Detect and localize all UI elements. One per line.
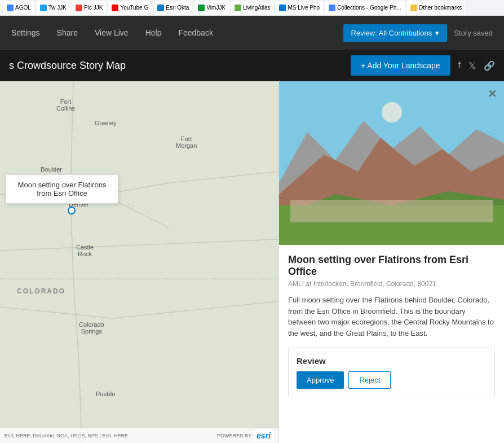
tab-pic-label: Pic JJK (84, 5, 103, 11)
panel-description: Full moon setting over the Flatirons beh… (288, 295, 495, 339)
share-button[interactable]: Share (57, 28, 78, 37)
tab-living-label: LivingAtlas (243, 5, 270, 11)
map-area[interactable]: FortCollins Greeley FortMorgan Boulder D… (0, 81, 278, 443)
tab-gcoll-label: Collections - Google Ph... (337, 5, 401, 11)
city-fort-morgan: FortMorgan (176, 135, 197, 149)
gcoll-favicon (329, 5, 335, 11)
other-favicon (410, 5, 417, 11)
panel-subtitle: AMLI at Interlocken, Broomfield, Colorad… (288, 280, 495, 288)
city-fort-collins: FortCollins (56, 98, 75, 112)
city-pueblo: Pueblo (96, 391, 115, 397)
twitter-icon[interactable]: 𝕏 (468, 60, 476, 71)
review-label: Review (297, 356, 487, 366)
tw-favicon (40, 5, 47, 11)
tab-tw[interactable]: Tw JJK (37, 1, 70, 15)
city-boulder: Boulder (41, 166, 62, 173)
city-greeley: Greeley (95, 120, 117, 126)
browser-tabs-bar: AGOL Tw JJK Pic JJK YouTube G Esri Okta … (0, 0, 504, 16)
map-svg (0, 81, 278, 443)
app-toolbar: Settings Share View Live Help Feedback R… (0, 16, 504, 50)
side-panel: ✕ Moon setting over Flatiro (278, 81, 504, 443)
powered-by-esri: POWERED BY esri (217, 430, 274, 441)
review-contributions-button[interactable]: Review: All Contributions ▾ (343, 24, 448, 42)
svg-rect-5 (290, 200, 493, 222)
tab-pic[interactable]: Pic JJK (72, 1, 106, 15)
toolbar-right: Review: All Contributions ▾ Story saved (343, 24, 493, 42)
map-tooltip: Moon setting over Flatirons from Esri Of… (6, 174, 118, 204)
tab-vim[interactable]: VimJJK (194, 1, 229, 15)
review-btn-label: Review: All Contributions (351, 29, 432, 37)
feedback-button[interactable]: Feedback (178, 28, 213, 37)
map-location-point[interactable] (68, 207, 76, 214)
tab-gcoll[interactable]: Collections - Google Ph... (325, 1, 404, 15)
tab-ms[interactable]: MS Live Pho (276, 1, 323, 15)
help-button[interactable]: Help (145, 28, 162, 37)
tab-tw-label: Tw JJK (48, 5, 67, 11)
header-right: + Add Your Landscape f 𝕏 🔗 (351, 55, 495, 76)
tab-other-label: Other bookmarks (419, 5, 462, 11)
settings-button[interactable]: Settings (11, 28, 40, 37)
main-content: FortCollins Greeley FortMorgan Boulder D… (0, 81, 504, 443)
facebook-icon[interactable]: f (458, 60, 461, 71)
toolbar-left: Settings Share View Live Help Feedback (11, 28, 326, 37)
header-bar: s Crowdsource Story Map + Add Your Lands… (0, 50, 504, 81)
landscape-image-svg (279, 81, 504, 245)
living-favicon (235, 5, 241, 11)
add-landscape-button[interactable]: + Add Your Landscape (351, 55, 450, 76)
attribution-text: Esri, HERE, DeLorme, NGA, USGS, NPS | Es… (5, 433, 128, 438)
tab-yt-label: YouTube G (120, 5, 148, 11)
view-live-button[interactable]: View Live (95, 28, 129, 37)
share-link-icon[interactable]: 🔗 (484, 60, 495, 71)
esri-favicon (157, 5, 164, 11)
tab-other[interactable]: Other bookmarks (407, 1, 466, 15)
panel-content: Moon setting over Flatirons from Esri Of… (279, 245, 504, 406)
review-dropdown-icon: ▾ (435, 29, 439, 37)
ms-favicon (279, 5, 286, 11)
agol-favicon (7, 5, 14, 11)
tab-vim-label: VimJJK (206, 5, 226, 11)
map-attribution: Esri, HERE, DeLorme, NGA, USGS, NPS | Es… (0, 428, 278, 443)
tab-esri[interactable]: Esri Okta (154, 1, 192, 15)
vim-favicon (198, 5, 205, 11)
tab-esri-label: Esri Okta (166, 5, 189, 11)
close-panel-button[interactable]: ✕ (488, 87, 497, 100)
tab-agol[interactable]: AGOL (3, 1, 34, 15)
svg-point-6 (382, 102, 402, 122)
story-saved-label: Story saved (454, 29, 493, 37)
powered-by-text: POWERED BY (217, 433, 251, 438)
panel-title: Moon setting over Flatirons from Esri Of… (288, 254, 495, 278)
panel-image (279, 81, 504, 245)
tab-agol-label: AGOL (15, 5, 31, 11)
review-actions: Approve Reject (297, 371, 487, 389)
yt-favicon (112, 5, 118, 11)
review-box: Review Approve Reject (288, 348, 495, 397)
tab-ms-label: MS Live Pho (288, 5, 320, 11)
pic-favicon (76, 5, 82, 11)
esri-logo: esri (253, 430, 274, 441)
reject-button[interactable]: Reject (348, 371, 391, 389)
state-label-colorado: COLORADO (17, 287, 65, 295)
story-title: s Crowdsource Story Map (9, 60, 126, 72)
tab-living[interactable]: LivingAtlas (231, 1, 273, 15)
city-colorado-springs: ColoradoSprings (79, 321, 104, 335)
city-castle-rock: CastleRock (76, 244, 94, 257)
tab-youtube[interactable]: YouTube G (108, 1, 152, 15)
approve-button[interactable]: Approve (297, 371, 344, 389)
